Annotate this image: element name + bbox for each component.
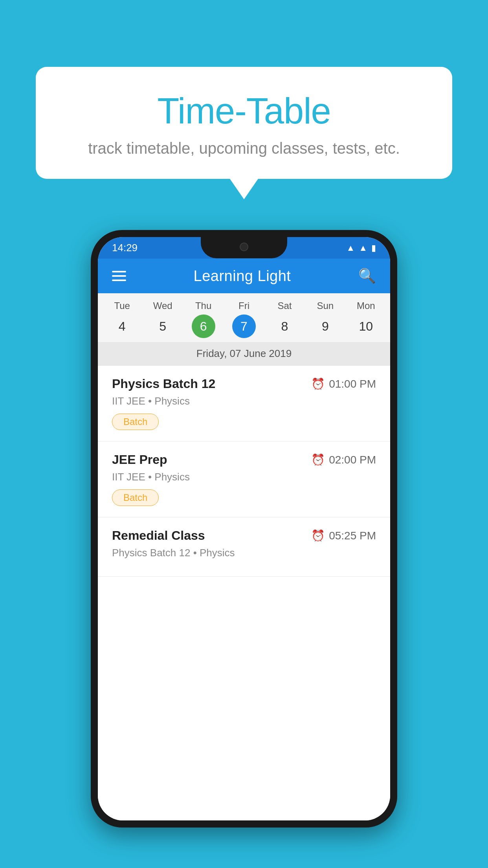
phone-screen: 14:29 ▲ ▲ ▮ Learning Light 🔍 (98, 237, 390, 820)
schedule-item[interactable]: Physics Batch 12 ⏰ 01:00 PM IIT JEE • Ph… (98, 366, 390, 441)
day-name: Mon (357, 300, 375, 311)
day-name: Sat (277, 300, 292, 311)
schedule-name: JEE Prep (112, 452, 167, 467)
day-name: Fri (238, 300, 250, 311)
day-number[interactable]: 10 (354, 314, 378, 338)
speech-bubble-card: Time-Table track timetable, upcoming cla… (36, 67, 452, 179)
status-time: 14:29 (112, 242, 138, 254)
hamburger-icon[interactable] (112, 271, 126, 281)
day-number[interactable]: 8 (273, 314, 296, 338)
day-name: Tue (114, 300, 130, 311)
clock-icon: ⏰ (311, 377, 325, 390)
calendar-day-col[interactable]: Fri7 (224, 300, 264, 338)
battery-icon: ▮ (371, 243, 376, 253)
schedule-item-header: Physics Batch 12 ⏰ 01:00 PM (112, 377, 376, 391)
calendar-week-header: Tue4Wed5Thu6Fri7Sat8Sun9Mon10 (98, 293, 390, 342)
schedule-name: Remedial Class (112, 528, 205, 543)
calendar-day-col[interactable]: Sat8 (264, 300, 305, 338)
time-value: 01:00 PM (329, 378, 376, 390)
day-number[interactable]: 4 (110, 314, 134, 338)
selected-date-label: Friday, 07 June 2019 (98, 342, 390, 366)
schedule-time: ⏰ 05:25 PM (311, 529, 376, 542)
calendar-day-col[interactable]: Tue4 (102, 300, 142, 338)
clock-icon: ⏰ (311, 529, 325, 542)
batch-badge: Batch (112, 414, 159, 430)
speech-bubble-section: Time-Table track timetable, upcoming cla… (0, 67, 488, 179)
calendar-day-col[interactable]: Mon10 (346, 300, 386, 338)
schedule-item-header: JEE Prep ⏰ 02:00 PM (112, 452, 376, 467)
schedule-meta: IIT JEE • Physics (112, 395, 376, 407)
schedule-name: Physics Batch 12 (112, 377, 215, 391)
time-value: 02:00 PM (329, 454, 376, 466)
schedule-list: Physics Batch 12 ⏰ 01:00 PM IIT JEE • Ph… (98, 366, 390, 820)
schedule-meta: Physics Batch 12 • Physics (112, 547, 376, 559)
day-name: Sun (317, 300, 334, 311)
app-bar: Learning Light 🔍 (98, 259, 390, 293)
calendar-day-col[interactable]: Wed5 (142, 300, 183, 338)
day-number[interactable]: 7 (232, 314, 256, 338)
day-number[interactable]: 5 (151, 314, 174, 338)
calendar-day-col[interactable]: Thu6 (183, 300, 224, 338)
app-title: Learning Light (194, 268, 291, 285)
search-icon[interactable]: 🔍 (358, 268, 376, 284)
schedule-time: ⏰ 02:00 PM (311, 453, 376, 466)
schedule-item[interactable]: JEE Prep ⏰ 02:00 PM IIT JEE • Physics Ba… (98, 441, 390, 517)
wifi-icon: ▲ (346, 243, 355, 253)
time-value: 05:25 PM (329, 530, 376, 542)
schedule-meta: IIT JEE • Physics (112, 471, 376, 483)
schedule-item-header: Remedial Class ⏰ 05:25 PM (112, 528, 376, 543)
phone-camera (240, 243, 248, 251)
status-icons: ▲ ▲ ▮ (346, 243, 376, 253)
batch-badge: Batch (112, 489, 159, 506)
signal-icon: ▲ (359, 243, 367, 253)
day-name: Thu (195, 300, 211, 311)
day-name: Wed (153, 300, 172, 311)
schedule-time: ⏰ 01:00 PM (311, 377, 376, 390)
schedule-item[interactable]: Remedial Class ⏰ 05:25 PM Physics Batch … (98, 517, 390, 577)
phone-wrapper: 14:29 ▲ ▲ ▮ Learning Light 🔍 (91, 230, 397, 828)
calendar-day-col[interactable]: Sun9 (305, 300, 345, 338)
clock-icon: ⏰ (311, 453, 325, 466)
bubble-subtitle: track timetable, upcoming classes, tests… (67, 140, 421, 157)
day-number[interactable]: 9 (314, 314, 337, 338)
bubble-title: Time-Table (67, 90, 421, 132)
phone-notch (201, 237, 287, 258)
day-number[interactable]: 6 (192, 314, 215, 338)
phone-mockup: 14:29 ▲ ▲ ▮ Learning Light 🔍 (91, 230, 397, 828)
